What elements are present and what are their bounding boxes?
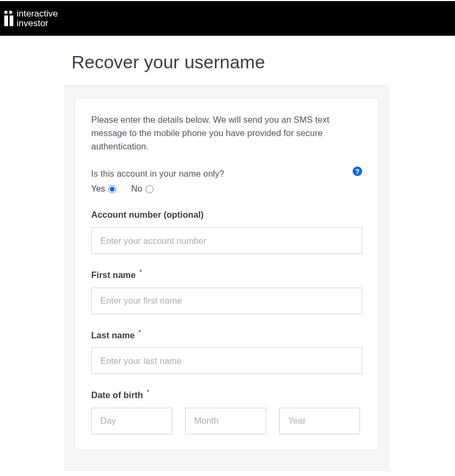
brand-line1: interactive (17, 9, 58, 19)
last-name-input[interactable] (91, 347, 362, 374)
first-name-input[interactable] (91, 288, 362, 314)
dob-year-input[interactable] (279, 408, 360, 434)
last-name-label: Last name * (91, 328, 362, 340)
dob-day-input[interactable] (91, 408, 172, 434)
help-icon[interactable]: ? (353, 166, 362, 176)
brand-name: interactive investor (17, 9, 58, 28)
required-mark: * (138, 328, 141, 336)
intro-text: Please enter the details below. We will … (91, 113, 362, 153)
page-title: Recover your username (71, 52, 389, 73)
required-mark: * (139, 268, 142, 276)
brand-logo[interactable]: interactive investor (4, 9, 58, 28)
account-number-label: Account number (optional) (91, 210, 362, 220)
account-number-input[interactable] (91, 227, 362, 254)
site-header: interactive investor (0, 1, 455, 36)
name-only-question: Is this account in your name only? (91, 169, 224, 179)
dob-label-text: Date of birth (91, 390, 143, 400)
last-name-label-text: Last name (91, 330, 135, 339)
radio-no[interactable] (146, 185, 154, 193)
radio-yes-label: Yes (91, 184, 105, 194)
logo-mark-icon (4, 11, 13, 26)
first-name-label: First name * (91, 268, 362, 280)
dob-label: Date of birth * (91, 388, 362, 400)
radio-no-wrap[interactable]: No (131, 184, 153, 194)
first-name-label-text: First name (91, 270, 135, 280)
radio-yes[interactable] (108, 185, 116, 193)
required-mark: * (147, 388, 149, 396)
form-panel-wrap: Please enter the details below. We will … (64, 86, 389, 471)
brand-line2: investor (17, 19, 58, 28)
dob-month-input[interactable] (185, 408, 266, 434)
form-panel: Please enter the details below. We will … (75, 98, 379, 450)
radio-no-label: No (131, 184, 142, 194)
radio-yes-wrap[interactable]: Yes (91, 184, 116, 194)
